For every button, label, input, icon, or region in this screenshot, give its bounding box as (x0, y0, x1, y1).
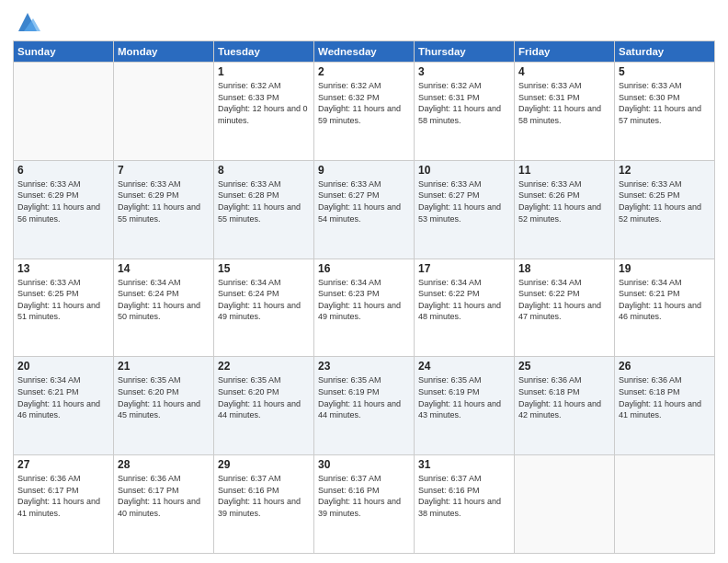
logo-icon (15, 9, 40, 35)
day-detail: Sunrise: 6:33 AM Sunset: 6:25 PM Dayligh… (619, 178, 711, 224)
calendar-day-cell: 5Sunrise: 6:33 AM Sunset: 6:30 PM Daylig… (615, 63, 715, 161)
day-of-week-header: Tuesday (214, 41, 314, 63)
calendar-table: SundayMondayTuesdayWednesdayThursdayFrid… (13, 40, 715, 554)
day-detail: Sunrise: 6:35 AM Sunset: 6:20 PM Dayligh… (218, 374, 310, 420)
day-detail: Sunrise: 6:34 AM Sunset: 6:23 PM Dayligh… (318, 277, 410, 323)
day-number: 16 (318, 262, 410, 275)
day-number: 30 (318, 458, 410, 471)
calendar-day-cell (14, 63, 114, 161)
calendar-week-row: 6Sunrise: 6:33 AM Sunset: 6:29 PM Daylig… (14, 160, 715, 259)
day-of-week-header: Friday (515, 41, 615, 63)
calendar-day-cell: 9Sunrise: 6:33 AM Sunset: 6:27 PM Daylig… (314, 160, 415, 259)
day-number: 31 (418, 458, 510, 471)
calendar-day-cell: 2Sunrise: 6:32 AM Sunset: 6:32 PM Daylig… (314, 63, 415, 161)
day-of-week-header: Saturday (615, 41, 715, 63)
day-detail: Sunrise: 6:34 AM Sunset: 6:24 PM Dayligh… (118, 277, 210, 323)
day-number: 15 (218, 262, 310, 275)
header (13, 9, 715, 35)
calendar-day-cell: 27Sunrise: 6:36 AM Sunset: 6:17 PM Dayli… (14, 455, 114, 554)
day-number: 19 (619, 262, 711, 275)
calendar-day-cell: 18Sunrise: 6:34 AM Sunset: 6:22 PM Dayli… (515, 259, 615, 357)
calendar-day-cell (114, 63, 214, 161)
day-detail: Sunrise: 6:34 AM Sunset: 6:21 PM Dayligh… (619, 277, 711, 323)
calendar-week-row: 27Sunrise: 6:36 AM Sunset: 6:17 PM Dayli… (14, 455, 715, 554)
calendar-day-cell: 28Sunrise: 6:36 AM Sunset: 6:17 PM Dayli… (114, 455, 214, 554)
day-number: 4 (518, 65, 610, 78)
day-detail: Sunrise: 6:35 AM Sunset: 6:19 PM Dayligh… (318, 374, 410, 420)
day-detail: Sunrise: 6:32 AM Sunset: 6:33 PM Dayligh… (218, 80, 310, 126)
calendar-day-cell: 8Sunrise: 6:33 AM Sunset: 6:28 PM Daylig… (214, 160, 314, 259)
day-number: 27 (17, 458, 109, 471)
calendar-day-cell: 10Sunrise: 6:33 AM Sunset: 6:27 PM Dayli… (415, 160, 515, 259)
calendar-header-row: SundayMondayTuesdayWednesdayThursdayFrid… (14, 41, 715, 63)
day-detail: Sunrise: 6:37 AM Sunset: 6:16 PM Dayligh… (318, 473, 410, 519)
calendar-day-cell: 25Sunrise: 6:36 AM Sunset: 6:18 PM Dayli… (515, 357, 615, 455)
calendar-day-cell: 19Sunrise: 6:34 AM Sunset: 6:21 PM Dayli… (615, 259, 715, 357)
calendar-day-cell: 29Sunrise: 6:37 AM Sunset: 6:16 PM Dayli… (214, 455, 314, 554)
day-number: 9 (318, 164, 410, 177)
calendar-week-row: 13Sunrise: 6:33 AM Sunset: 6:25 PM Dayli… (14, 259, 715, 357)
day-detail: Sunrise: 6:37 AM Sunset: 6:16 PM Dayligh… (418, 473, 510, 519)
logo (13, 9, 40, 35)
calendar-day-cell: 6Sunrise: 6:33 AM Sunset: 6:29 PM Daylig… (14, 160, 114, 259)
day-number: 17 (418, 262, 510, 275)
calendar-day-cell: 30Sunrise: 6:37 AM Sunset: 6:16 PM Dayli… (314, 455, 415, 554)
day-detail: Sunrise: 6:33 AM Sunset: 6:29 PM Dayligh… (118, 178, 210, 224)
day-detail: Sunrise: 6:34 AM Sunset: 6:21 PM Dayligh… (17, 374, 109, 420)
calendar-day-cell (515, 455, 615, 554)
day-detail: Sunrise: 6:33 AM Sunset: 6:30 PM Dayligh… (619, 80, 711, 126)
day-number: 28 (118, 458, 210, 471)
day-detail: Sunrise: 6:36 AM Sunset: 6:17 PM Dayligh… (118, 473, 210, 519)
day-detail: Sunrise: 6:33 AM Sunset: 6:31 PM Dayligh… (518, 80, 610, 126)
day-number: 11 (518, 164, 610, 177)
calendar-day-cell: 20Sunrise: 6:34 AM Sunset: 6:21 PM Dayli… (14, 357, 114, 455)
day-number: 10 (418, 164, 510, 177)
calendar-week-row: 20Sunrise: 6:34 AM Sunset: 6:21 PM Dayli… (14, 357, 715, 455)
day-detail: Sunrise: 6:35 AM Sunset: 6:19 PM Dayligh… (418, 374, 510, 420)
day-detail: Sunrise: 6:33 AM Sunset: 6:28 PM Dayligh… (218, 178, 310, 224)
day-number: 12 (619, 164, 711, 177)
day-detail: Sunrise: 6:33 AM Sunset: 6:29 PM Dayligh… (17, 178, 109, 224)
day-number: 20 (17, 360, 109, 373)
calendar-day-cell: 22Sunrise: 6:35 AM Sunset: 6:20 PM Dayli… (214, 357, 314, 455)
day-detail: Sunrise: 6:33 AM Sunset: 6:26 PM Dayligh… (518, 178, 610, 224)
day-number: 23 (318, 360, 410, 373)
day-number: 14 (118, 262, 210, 275)
day-detail: Sunrise: 6:34 AM Sunset: 6:24 PM Dayligh… (218, 277, 310, 323)
calendar-day-cell: 3Sunrise: 6:32 AM Sunset: 6:31 PM Daylig… (415, 63, 515, 161)
day-detail: Sunrise: 6:34 AM Sunset: 6:22 PM Dayligh… (418, 277, 510, 323)
day-number: 18 (518, 262, 610, 275)
day-number: 8 (218, 164, 310, 177)
day-number: 29 (218, 458, 310, 471)
day-number: 26 (619, 360, 711, 373)
calendar-day-cell: 16Sunrise: 6:34 AM Sunset: 6:23 PM Dayli… (314, 259, 415, 357)
calendar-day-cell: 21Sunrise: 6:35 AM Sunset: 6:20 PM Dayli… (114, 357, 214, 455)
day-of-week-header: Wednesday (314, 41, 415, 63)
day-detail: Sunrise: 6:33 AM Sunset: 6:25 PM Dayligh… (17, 277, 109, 323)
day-detail: Sunrise: 6:36 AM Sunset: 6:18 PM Dayligh… (518, 374, 610, 420)
day-detail: Sunrise: 6:32 AM Sunset: 6:32 PM Dayligh… (318, 80, 410, 126)
calendar-week-row: 1Sunrise: 6:32 AM Sunset: 6:33 PM Daylig… (14, 63, 715, 161)
day-number: 7 (118, 164, 210, 177)
calendar-day-cell: 23Sunrise: 6:35 AM Sunset: 6:19 PM Dayli… (314, 357, 415, 455)
calendar-day-cell: 17Sunrise: 6:34 AM Sunset: 6:22 PM Dayli… (415, 259, 515, 357)
day-detail: Sunrise: 6:37 AM Sunset: 6:16 PM Dayligh… (218, 473, 310, 519)
calendar-day-cell: 12Sunrise: 6:33 AM Sunset: 6:25 PM Dayli… (615, 160, 715, 259)
calendar-day-cell: 11Sunrise: 6:33 AM Sunset: 6:26 PM Dayli… (515, 160, 615, 259)
day-detail: Sunrise: 6:33 AM Sunset: 6:27 PM Dayligh… (418, 178, 510, 224)
day-detail: Sunrise: 6:33 AM Sunset: 6:27 PM Dayligh… (318, 178, 410, 224)
day-detail: Sunrise: 6:36 AM Sunset: 6:17 PM Dayligh… (17, 473, 109, 519)
calendar-day-cell: 31Sunrise: 6:37 AM Sunset: 6:16 PM Dayli… (415, 455, 515, 554)
calendar-day-cell: 4Sunrise: 6:33 AM Sunset: 6:31 PM Daylig… (515, 63, 615, 161)
day-of-week-header: Monday (114, 41, 214, 63)
calendar-day-cell: 14Sunrise: 6:34 AM Sunset: 6:24 PM Dayli… (114, 259, 214, 357)
calendar-day-cell: 1Sunrise: 6:32 AM Sunset: 6:33 PM Daylig… (214, 63, 314, 161)
day-number: 5 (619, 65, 711, 78)
day-of-week-header: Sunday (14, 41, 114, 63)
day-detail: Sunrise: 6:36 AM Sunset: 6:18 PM Dayligh… (619, 374, 711, 420)
calendar-day-cell: 7Sunrise: 6:33 AM Sunset: 6:29 PM Daylig… (114, 160, 214, 259)
calendar-day-cell: 26Sunrise: 6:36 AM Sunset: 6:18 PM Dayli… (615, 357, 715, 455)
day-number: 3 (418, 65, 510, 78)
day-number: 22 (218, 360, 310, 373)
day-detail: Sunrise: 6:35 AM Sunset: 6:20 PM Dayligh… (118, 374, 210, 420)
